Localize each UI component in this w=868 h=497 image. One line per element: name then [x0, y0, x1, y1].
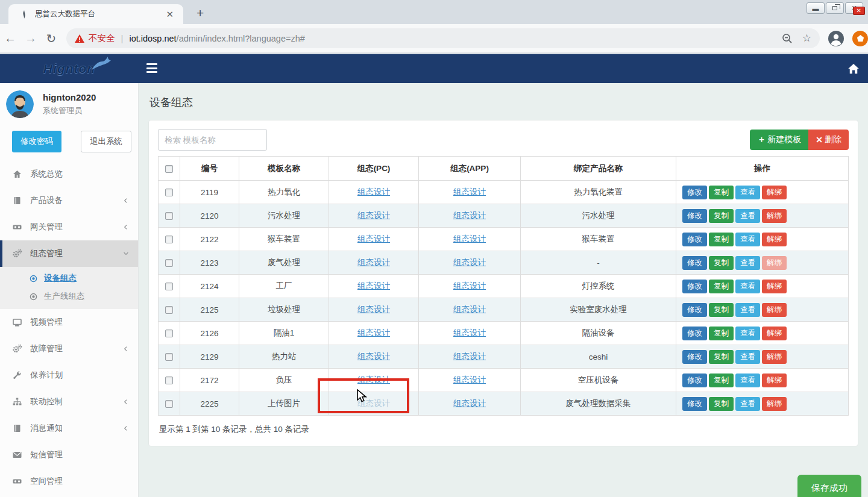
- pc-design-link[interactable]: 组态设计: [357, 187, 390, 196]
- view-button[interactable]: 查看: [735, 280, 760, 293]
- view-button[interactable]: 查看: [735, 397, 760, 411]
- copy-button[interactable]: 复制: [709, 374, 734, 387]
- forward-icon[interactable]: →: [20, 31, 41, 45]
- copy-button[interactable]: 复制: [709, 256, 734, 270]
- row-checkbox[interactable]: [165, 377, 173, 384]
- security-label[interactable]: 不安全: [89, 33, 115, 44]
- modify-button[interactable]: 修改: [682, 397, 707, 411]
- unbind-button[interactable]: 解绑: [762, 374, 787, 387]
- browser-profile-icon[interactable]: [828, 31, 844, 46]
- pc-design-link[interactable]: 组态设计: [357, 352, 390, 361]
- change-password-button[interactable]: 修改密码: [12, 131, 61, 152]
- app-design-link[interactable]: 组态设计: [453, 328, 486, 337]
- browser-tab[interactable]: 思普云大数据平台 ✕: [8, 4, 183, 24]
- app-design-link[interactable]: 组态设计: [453, 281, 486, 290]
- copy-button[interactable]: 复制: [709, 303, 734, 317]
- row-checkbox[interactable]: [165, 212, 173, 220]
- pc-design-link[interactable]: 组态设计: [357, 375, 390, 384]
- modify-button[interactable]: 修改: [682, 350, 707, 364]
- row-checkbox[interactable]: [165, 330, 173, 337]
- unbind-button[interactable]: 解绑: [762, 233, 787, 246]
- delete-button[interactable]: ✕删除: [808, 130, 849, 150]
- modify-button[interactable]: 修改: [682, 256, 707, 270]
- new-tab-button[interactable]: +: [197, 6, 204, 20]
- row-checkbox[interactable]: [165, 400, 173, 408]
- sidebar-subitem[interactable]: 生产线组态: [0, 287, 138, 305]
- app-design-link[interactable]: 组态设计: [453, 211, 486, 220]
- copy-button[interactable]: 复制: [709, 397, 734, 411]
- sidebar-subitem[interactable]: 设备组态: [0, 269, 138, 287]
- modify-button[interactable]: 修改: [682, 327, 707, 340]
- sidebar-item[interactable]: 系统总览: [0, 161, 138, 187]
- row-checkbox[interactable]: [165, 283, 173, 290]
- copy-button[interactable]: 复制: [709, 350, 734, 364]
- search-input[interactable]: [158, 129, 267, 151]
- restore-button[interactable]: [826, 2, 844, 14]
- view-button[interactable]: 查看: [735, 186, 760, 199]
- copy-button[interactable]: 复制: [709, 233, 734, 246]
- view-button[interactable]: 查看: [735, 374, 760, 387]
- sidebar-item[interactable]: 网关管理: [0, 214, 138, 240]
- app-design-link[interactable]: 组态设计: [453, 187, 486, 196]
- modify-button[interactable]: 修改: [682, 233, 707, 246]
- app-design-link[interactable]: 组态设计: [453, 352, 486, 361]
- logout-button[interactable]: 退出系统: [81, 131, 131, 152]
- copy-button[interactable]: 复制: [709, 280, 734, 293]
- modify-button[interactable]: 修改: [682, 303, 707, 317]
- unbind-button[interactable]: 解绑: [762, 303, 787, 317]
- app-design-link[interactable]: 组态设计: [453, 305, 486, 314]
- sidebar-item[interactable]: 保养计划: [0, 362, 138, 389]
- app-design-link[interactable]: 组态设计: [453, 375, 486, 384]
- view-button[interactable]: 查看: [735, 209, 760, 223]
- address-bar[interactable]: 不安全 | iot.idosp.net /admin/index.html?la…: [66, 28, 820, 48]
- zoom-out-icon[interactable]: [782, 33, 793, 44]
- app-design-link[interactable]: 组态设计: [453, 399, 486, 408]
- unbind-button[interactable]: 解绑: [762, 256, 787, 270]
- view-button[interactable]: 查看: [735, 327, 760, 340]
- app-design-link[interactable]: 组态设计: [453, 234, 486, 243]
- pc-design-link[interactable]: 组态设计: [357, 281, 390, 290]
- new-template-button[interactable]: ＋新建模板: [750, 130, 808, 150]
- pc-design-link[interactable]: 组态设计: [357, 211, 390, 220]
- sidebar-item[interactable]: 短信管理: [0, 442, 138, 468]
- bookmark-star-icon[interactable]: ☆: [802, 32, 811, 45]
- unbind-button[interactable]: 解绑: [762, 186, 787, 199]
- sidebar-item[interactable]: 联动控制: [0, 389, 138, 415]
- sidebar-item[interactable]: 空间管理: [0, 468, 138, 495]
- row-checkbox[interactable]: [165, 306, 173, 314]
- pc-design-link[interactable]: 组态设计: [357, 399, 390, 408]
- home-icon-button[interactable]: [848, 63, 860, 75]
- unbind-button[interactable]: 解绑: [762, 350, 787, 364]
- row-checkbox[interactable]: [165, 189, 173, 196]
- app-design-link[interactable]: 组态设计: [453, 258, 486, 267]
- select-all-checkbox[interactable]: [165, 165, 173, 173]
- pc-design-link[interactable]: 组态设计: [357, 328, 390, 337]
- sidebar-item[interactable]: 组态管理: [0, 240, 138, 267]
- view-button[interactable]: 查看: [735, 350, 760, 364]
- minimize-button[interactable]: ▬: [807, 2, 825, 14]
- copy-button[interactable]: 复制: [709, 209, 734, 223]
- unbind-button[interactable]: 解绑: [762, 209, 787, 223]
- modify-button[interactable]: 修改: [682, 209, 707, 223]
- tab-close-icon[interactable]: ✕: [162, 9, 177, 20]
- menu-toggle-icon[interactable]: [146, 63, 157, 73]
- row-checkbox[interactable]: [165, 236, 173, 243]
- view-button[interactable]: 查看: [735, 233, 760, 246]
- row-checkbox[interactable]: [165, 353, 173, 361]
- unbind-button[interactable]: 解绑: [762, 327, 787, 340]
- pc-design-link[interactable]: 组态设计: [357, 305, 390, 314]
- modify-button[interactable]: 修改: [682, 186, 707, 199]
- copy-button[interactable]: 复制: [709, 186, 734, 199]
- pc-design-link[interactable]: 组态设计: [357, 234, 390, 243]
- browser-extension-icon[interactable]: [852, 31, 868, 46]
- sidebar-item[interactable]: 故障管理: [0, 336, 138, 362]
- copy-button[interactable]: 复制: [709, 327, 734, 340]
- unbind-button[interactable]: 解绑: [762, 397, 787, 411]
- unbind-button[interactable]: 解绑: [762, 280, 787, 293]
- close-button[interactable]: ✕ ✕: [845, 2, 863, 14]
- sidebar-item[interactable]: 产品设备: [0, 187, 138, 214]
- view-button[interactable]: 查看: [735, 256, 760, 270]
- modify-button[interactable]: 修改: [682, 374, 707, 387]
- view-button[interactable]: 查看: [735, 303, 760, 317]
- sidebar-item[interactable]: 视频管理: [0, 309, 138, 336]
